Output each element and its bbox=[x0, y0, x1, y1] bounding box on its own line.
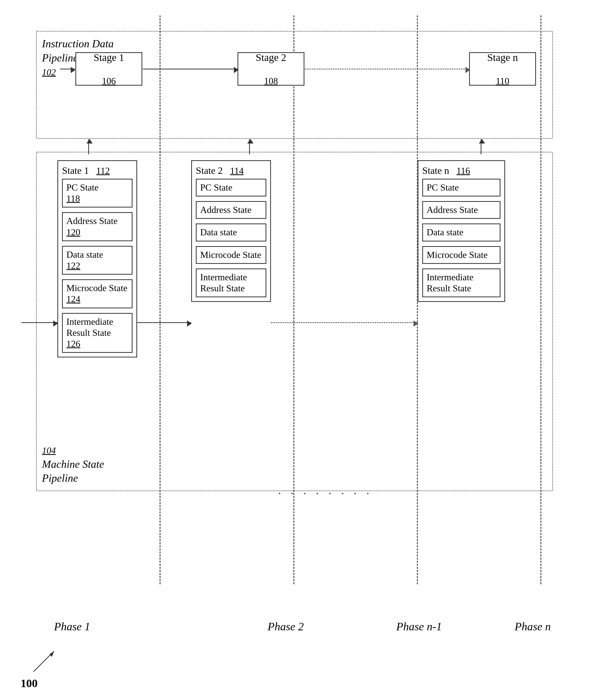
diagram: Instruction Data Pipeline 102 Stage 1 10… bbox=[15, 15, 574, 649]
machine-state-pipeline-box: 104 Machine State Pipeline State 1 112 P… bbox=[36, 152, 553, 491]
ellipsis-dots: · · · · · · · · bbox=[278, 486, 373, 501]
svg-marker-1 bbox=[49, 651, 54, 657]
arrow-stage2-stagen bbox=[305, 69, 469, 69]
state-2-label: State 2 114 bbox=[196, 165, 266, 176]
microcode-state-n: Microcode State bbox=[422, 246, 501, 264]
state-2-group: State 2 114 PC State Address State Data … bbox=[191, 160, 271, 302]
state-n-group: State n 116 PC State Address State Data … bbox=[418, 160, 505, 302]
phase-2-label: Phase 2 bbox=[267, 620, 304, 633]
pc-state-2: PC State bbox=[196, 179, 266, 197]
intermediate-state-1: Intermediate Result State 126 bbox=[62, 313, 133, 353]
phase-n1-label: Phase n-1 bbox=[396, 620, 442, 633]
arrow-state1-stage1 bbox=[88, 139, 89, 154]
phase-n-label: Phase n bbox=[515, 620, 551, 633]
address-state-n: Address State bbox=[422, 201, 501, 219]
data-state-1: Data state 122 bbox=[62, 246, 133, 275]
intermediate-state-n: Intermediate Result State bbox=[422, 269, 501, 297]
state-n-label: State n 116 bbox=[422, 165, 501, 176]
address-state-2: Address State bbox=[196, 201, 266, 219]
address-state-1: Address State 120 bbox=[62, 212, 133, 241]
figure-number: 100 bbox=[21, 677, 38, 690]
state-1-label: State 1 112 bbox=[62, 165, 133, 176]
figure-arrow-icon bbox=[31, 649, 62, 674]
pc-state-1: PC State 118 bbox=[62, 179, 133, 208]
arrow-in-state1 bbox=[21, 322, 57, 323]
phase-1-label: Phase 1 bbox=[54, 620, 90, 633]
pc-state-n: PC State bbox=[422, 179, 501, 197]
intermediate-state-2: Intermediate Result State bbox=[196, 269, 266, 297]
machine-state-pipeline-label: 104 Machine State Pipeline bbox=[42, 443, 104, 485]
arrow-state2-staten bbox=[271, 322, 418, 323]
arrow-in-stage1 bbox=[60, 69, 75, 69]
microcode-state-2: Microcode State bbox=[196, 246, 266, 264]
data-state-2: Data state bbox=[196, 224, 266, 241]
stage-2-box: Stage 2 108 bbox=[237, 52, 305, 86]
state-1-group: State 1 112 PC State 118 Address State 1… bbox=[57, 160, 137, 357]
stage-1-box: Stage 1 106 bbox=[75, 52, 142, 86]
data-state-n: Data state bbox=[422, 224, 501, 241]
arrow-stage1-stage2 bbox=[143, 69, 238, 69]
microcode-state-1: Microcode State 124 bbox=[62, 279, 133, 308]
stage-n-box: Stage n 110 bbox=[469, 52, 536, 86]
arrow-state2-stage2 bbox=[249, 139, 250, 154]
arrow-state1-state2 bbox=[137, 322, 191, 323]
arrow-staten-stagen bbox=[481, 139, 481, 154]
instruction-pipeline-box: Instruction Data Pipeline 102 Stage 1 10… bbox=[36, 31, 553, 139]
